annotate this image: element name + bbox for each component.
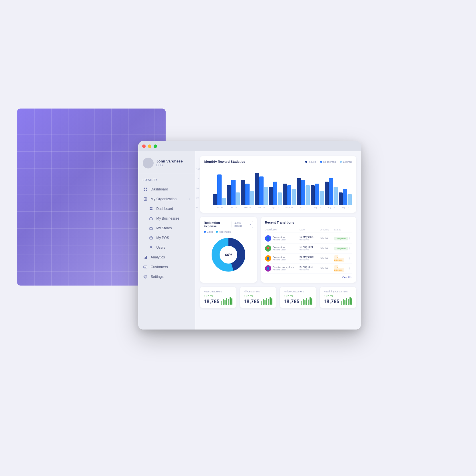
sidebar-item-dashboard[interactable]: Dashboard (138, 184, 195, 194)
growth-arrow-icon-2: ↑ (284, 295, 285, 297)
mini-bar-1-1 (263, 299, 264, 305)
bar-group-6 (297, 178, 310, 205)
businesses-icon (148, 216, 154, 221)
mini-bar-1-6 (271, 298, 272, 305)
svg-point-17 (145, 276, 146, 277)
redemption-title: Redemtion Expense (204, 221, 232, 228)
row-desc-text-1: Payment for Annette Black (273, 246, 286, 251)
issued-label: Issued (308, 160, 316, 163)
svg-rect-15 (146, 256, 147, 259)
sidebar-item-settings[interactable]: Settings (138, 272, 195, 282)
mini-bar-0-6 (231, 298, 232, 305)
mini-bar-0-0 (221, 301, 222, 305)
row-time-val-3: 04:50 PM (300, 268, 320, 271)
sidebar-item-my-businesses[interactable]: My Businesses (138, 214, 195, 223)
user-name: John Varghese (156, 159, 183, 163)
bar-group-4 (269, 182, 282, 205)
row-actions-0[interactable]: ⋮ (348, 236, 352, 240)
expired-label: Expired (343, 160, 352, 163)
x-label-9: Sep '22 (339, 206, 352, 209)
row-desc-text-0: Payment for Annette Black (273, 236, 286, 241)
dashboard-icon (143, 187, 148, 192)
bar-expired-8 (334, 187, 338, 205)
mini-bar-2-2 (304, 300, 306, 304)
svg-rect-6 (151, 207, 152, 208)
close-button[interactable] (142, 144, 146, 148)
y-label-75: 75 (196, 177, 200, 180)
row-desc-sub-0: Annette Black (273, 238, 286, 241)
mini-bar-3-3 (346, 298, 347, 305)
bar-expired-6 (306, 185, 310, 205)
row-actions-3[interactable]: ⋮ (348, 266, 352, 270)
svg-rect-0 (144, 188, 145, 189)
x-label-3: Mar '22 (255, 206, 268, 209)
bar-group-0 (213, 174, 226, 205)
bar-group-3 (255, 173, 268, 205)
growth-val-1: +2.6% (246, 295, 254, 298)
sidebar-item-customers[interactable]: Customers (138, 262, 195, 272)
row-status-0: Completed (334, 237, 348, 240)
redemption-filter[interactable]: Last 6 Months ▾ (232, 221, 253, 228)
mini-bar-1-5 (270, 297, 271, 305)
svg-rect-8 (151, 209, 152, 210)
bar-chart-section: Monthly Reward Statistics Issued Redeeme… (200, 156, 356, 213)
x-label-8: Aug '22 (325, 206, 338, 209)
x-label-5: May '22 (283, 206, 296, 209)
mini-bars-3 (341, 297, 352, 305)
donut-legend: Sales Redemtion (204, 230, 253, 233)
x-label-4: Apr '22 (269, 206, 282, 209)
row-status-3: In progress (334, 266, 348, 271)
table-row-3: 👤 Receive money from Annette Black 29 Au… (265, 264, 352, 274)
y-label-25: 25 (196, 196, 200, 199)
redeemed-dot (320, 161, 322, 163)
row-actions-2[interactable]: ⋮ (348, 256, 352, 260)
y-axis-labels: 100 75 50 25 0 (196, 168, 200, 209)
table-row-0: 👤 Payment for Annette Black 17 May 2021 … (265, 234, 352, 244)
row-avatar-1: ❤️ (265, 245, 271, 252)
svg-rect-14 (145, 257, 146, 259)
sidebar-item-my-organization[interactable]: My Organization › (138, 194, 195, 204)
bar-redeemed-8 (329, 178, 333, 205)
bar-redeemed-7 (315, 184, 319, 205)
sidebar-item-sub-dashboard[interactable]: Dashboard (138, 204, 195, 214)
transitions-card: Recent Transitions Description Date Amou… (261, 217, 356, 283)
row-date-val-0: 17 May 2021 (300, 236, 320, 238)
row-desc-3: 👤 Receive money from Annette Black (265, 265, 300, 272)
row-desc-text-2: Payment for Annette Black (273, 256, 286, 261)
row-status-1: Completed (334, 247, 348, 250)
growth-arrow-icon-3: ↑ (324, 295, 325, 297)
svg-point-12 (150, 246, 152, 248)
sidebar-item-my-pos[interactable]: My POS (138, 233, 195, 243)
chevron-right-icon: › (189, 197, 190, 200)
bottom-row: Redemtion Expense Last 6 Months ▾ Sales (200, 217, 356, 283)
mini-bar-2-3 (306, 298, 307, 305)
row-time-val-2: 04:50 PM (300, 258, 320, 261)
sidebar-item-my-stores[interactable]: My Stores (138, 223, 195, 233)
svg-rect-5 (150, 207, 151, 208)
bar-issued-2 (241, 180, 245, 205)
settings-label: Settings (151, 275, 164, 279)
sidebar-item-users[interactable]: Users (138, 243, 195, 252)
maximize-button[interactable] (154, 144, 157, 148)
stat-label-0: New Customers (204, 290, 232, 293)
row-actions-1[interactable]: ⋮ (348, 246, 352, 250)
minimize-button[interactable] (148, 144, 151, 148)
mini-bar-2-5 (310, 297, 311, 305)
bar-expired-4 (278, 192, 282, 205)
sidebar-item-analytics[interactable]: Analytics (138, 252, 195, 262)
mini-bars-0 (221, 297, 232, 305)
row-desc-main-1: Payment for (273, 246, 286, 248)
row-time-val-1: 04:50 PM (300, 248, 320, 251)
issued-dot (305, 161, 307, 163)
browser-titlebar (138, 141, 361, 151)
row-amount-1: $64.08 (320, 247, 334, 250)
bar-group-5 (283, 184, 296, 205)
view-all-button[interactable]: View All › (265, 276, 352, 279)
sub-dashboard-label: Dashboard (156, 207, 173, 211)
customers-label: Customers (151, 265, 168, 269)
analytics-label: Analytics (151, 255, 165, 259)
x-label-7: July '22 (311, 206, 324, 209)
growth-val-2: +2.6% (286, 295, 294, 298)
row-avatar-3: 👤 (265, 265, 271, 272)
users-icon (148, 245, 154, 250)
